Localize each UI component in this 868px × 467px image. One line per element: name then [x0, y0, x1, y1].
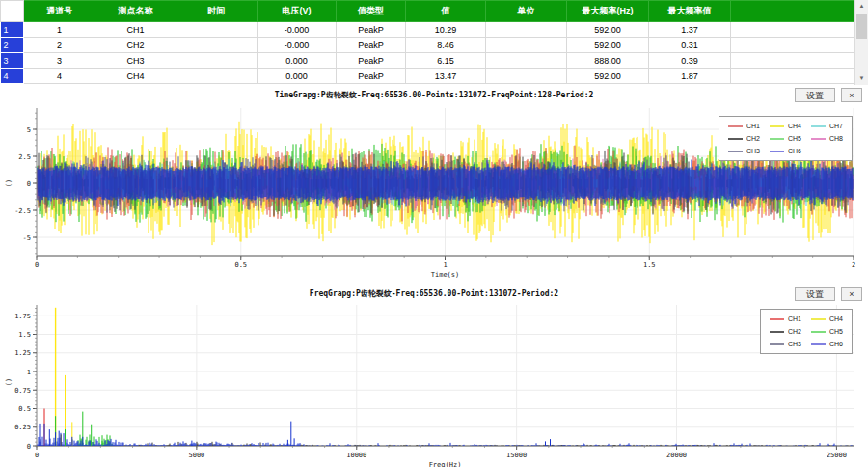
legend-entry-ch7: CH7	[811, 123, 843, 129]
cell-value_type[interactable]: PeakP	[337, 38, 406, 53]
row-header[interactable]: 4	[1, 69, 24, 84]
col-header-time[interactable]: 时间	[176, 1, 258, 22]
scroll-up-arrow[interactable]: ▲	[855, 0, 868, 13]
col-header-value_type[interactable]: 值类型	[337, 1, 406, 22]
legend-entry-ch2: CH2	[770, 328, 801, 335]
cell-value[interactable]: 13.47	[406, 69, 486, 84]
cell-max_freq[interactable]: 592.00	[567, 69, 649, 84]
col-header-max_freq[interactable]: 最大频率(Hz)	[567, 1, 649, 22]
legend-line-icon	[770, 318, 784, 320]
measurement-table: 通道号测点名称时间电压(V)值类型值单位最大频率(Hz)最大频率值 11CH1-…	[0, 0, 856, 84]
cell-unit[interactable]	[486, 38, 567, 53]
cell-max_freq_value[interactable]: 0.39	[649, 53, 731, 69]
cell-max_freq[interactable]: 592.00	[567, 22, 649, 38]
table-row[interactable]: 22CH2-0.000PeakP8.46592.000.31	[1, 38, 856, 53]
legend-entry-ch1: CH1	[770, 316, 801, 322]
scroll-thumb[interactable]	[856, 14, 867, 39]
freq-chart-panel: FreqGrapg:P齿轮裂纹-Freq:65536.00-Point:1310…	[0, 284, 868, 467]
table-vertical-scrollbar[interactable]: ▲ ▼	[854, 0, 868, 85]
cell-voltage[interactable]: -0.000	[258, 38, 337, 53]
cell-time[interactable]	[176, 22, 258, 38]
freq-chart-settings-button[interactable]: 设置	[795, 287, 835, 301]
legend-label: CH3	[788, 341, 801, 347]
cell-name[interactable]: CH3	[95, 53, 176, 69]
svg-text:1.5: 1.5	[643, 261, 656, 269]
measurement-table-section: 通道号测点名称时间电压(V)值类型值单位最大频率(Hz)最大频率值 11CH1-…	[0, 0, 868, 86]
cell-extra[interactable]	[731, 69, 856, 84]
cell-channel[interactable]: 3	[24, 53, 95, 69]
cell-time[interactable]	[176, 69, 258, 84]
scroll-down-arrow[interactable]: ▼	[855, 72, 868, 85]
col-header-unit[interactable]: 单位	[486, 1, 567, 22]
freq-chart-plot[interactable]: 050001000015000200002500000.250.50.7511.…	[0, 303, 868, 467]
cell-unit[interactable]	[486, 69, 567, 84]
svg-text:1.75: 1.75	[14, 313, 31, 320]
cell-max_freq[interactable]: 592.00	[567, 38, 649, 53]
legend-label: CH3	[746, 148, 760, 154]
cell-unit[interactable]	[486, 53, 567, 69]
col-header-value[interactable]: 值	[406, 1, 486, 22]
legend-label: CH1	[746, 123, 760, 129]
freq-chart-header: FreqGrapg:P齿轮裂纹-Freq:65536.00-Point:1310…	[0, 284, 868, 303]
table-row[interactable]: 33CH30.000PeakP6.15888.000.39	[1, 53, 856, 69]
table-row[interactable]: 11CH1-0.000PeakP10.29592.001.37	[1, 22, 856, 38]
cell-max_freq_value[interactable]: 1.87	[649, 69, 731, 84]
legend-label: CH2	[788, 328, 801, 335]
freq-chart-close-button[interactable]: ×	[841, 287, 862, 301]
legend-label: CH5	[829, 328, 843, 335]
cell-channel[interactable]: 2	[24, 38, 95, 53]
cell-voltage[interactable]: 0.000	[258, 69, 337, 84]
legend-line-icon	[770, 125, 784, 127]
time-chart-settings-button[interactable]: 设置	[795, 88, 835, 102]
cell-value_type[interactable]: PeakP	[337, 22, 406, 38]
cell-time[interactable]	[176, 53, 258, 69]
cell-channel[interactable]: 4	[24, 69, 95, 84]
cell-value[interactable]: 6.15	[406, 53, 486, 69]
svg-text:0.25: 0.25	[14, 424, 31, 431]
cell-extra[interactable]	[731, 38, 856, 53]
cell-value_type[interactable]: PeakP	[337, 69, 406, 84]
table-row[interactable]: 44CH40.000PeakP13.47592.001.87	[1, 69, 856, 84]
svg-text:1.25: 1.25	[14, 349, 31, 357]
time-chart-plot[interactable]: 00.511.5252.50-2.5-5Time(s)() CH1CH2CH3C…	[0, 106, 868, 288]
cell-name[interactable]: CH1	[95, 22, 176, 38]
cell-name[interactable]: CH4	[95, 69, 176, 84]
svg-text:0.5: 0.5	[234, 261, 247, 269]
legend-entry-ch8: CH8	[811, 135, 843, 142]
svg-text:1: 1	[443, 261, 447, 269]
time-chart-title: TimeGrapg:P齿轮裂纹-Freq:65536.00-Points:131…	[0, 90, 868, 100]
cell-value[interactable]: 8.46	[406, 38, 486, 53]
cell-max_freq[interactable]: 888.00	[567, 53, 649, 69]
cell-voltage[interactable]: 0.000	[258, 53, 337, 69]
cell-max_freq_value[interactable]: 1.37	[649, 22, 731, 38]
legend-entry-ch2: CH2	[728, 135, 760, 142]
cell-voltage[interactable]: -0.000	[258, 22, 337, 38]
cell-unit[interactable]	[486, 22, 567, 38]
cell-name[interactable]: CH2	[95, 38, 176, 53]
cell-value_type[interactable]: PeakP	[337, 53, 406, 69]
legend-line-icon	[728, 151, 743, 152]
legend-label: CH4	[829, 316, 843, 322]
svg-text:Time(s): Time(s)	[431, 271, 460, 279]
svg-text:15000: 15000	[506, 452, 527, 459]
cell-value[interactable]: 10.29	[406, 22, 486, 38]
row-header[interactable]: 3	[1, 53, 24, 69]
col-header-extra[interactable]	[731, 1, 856, 22]
row-header[interactable]: 1	[1, 22, 24, 38]
row-header[interactable]: 2	[1, 38, 24, 53]
freq-chart-canvas[interactable]: 050001000015000200002500000.250.50.7511.…	[0, 303, 868, 467]
time-chart-close-button[interactable]: ×	[841, 88, 862, 102]
cell-extra[interactable]	[731, 22, 856, 38]
col-header-voltage[interactable]: 电压(V)	[258, 1, 337, 22]
col-header-max_freq_value[interactable]: 最大频率值	[649, 1, 731, 22]
col-header-channel[interactable]: 通道号	[24, 1, 95, 22]
col-header-name[interactable]: 测点名称	[95, 1, 176, 22]
cell-channel[interactable]: 1	[24, 22, 95, 38]
corner-cell	[1, 1, 24, 22]
cell-max_freq_value[interactable]: 0.31	[649, 38, 731, 53]
svg-text:5000: 5000	[188, 452, 204, 459]
svg-text:2: 2	[852, 261, 855, 269]
cell-time[interactable]	[176, 38, 258, 53]
cell-extra[interactable]	[731, 53, 856, 69]
legend-entry-ch3: CH3	[770, 341, 801, 347]
